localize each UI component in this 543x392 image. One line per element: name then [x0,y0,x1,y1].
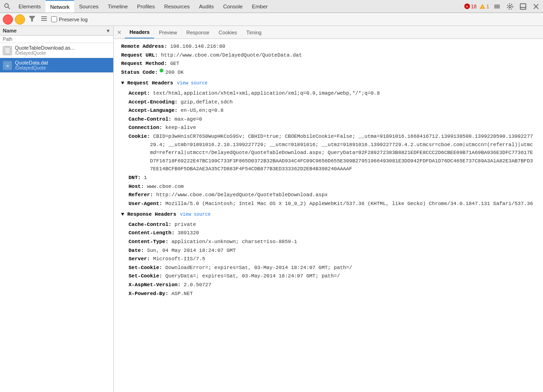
resp-x-aspnet-row: X-AspNet-Version: 2.0.50727 [129,281,536,289]
panel-tab-headers[interactable]: Headers [125,26,154,39]
resp-content-type-value: application/x-unknown; charset=iso-8859-… [168,238,297,246]
devtools-tab-bar: Elements Network Sources Timeline Profil… [0,0,543,13]
clear-button[interactable] [15,14,25,25]
resp-set-cookie2-key: Set-Cookie: [129,272,162,281]
resp-cache-control-row: Cache-Control: private [129,221,536,229]
request-headers-view-source[interactable]: view source [177,80,207,87]
execute-icon[interactable] [492,1,502,12]
file-icon-2: ⬌ [3,61,12,70]
file-icon-1 [3,46,12,55]
cookie-value: CBID=p3wHnisCR76S0WupHKCoS9Sv; CBHID=tru… [150,133,536,174]
tab-network[interactable]: Network [45,0,74,13]
file-path-1: /DelayedQuote [15,51,75,56]
accept-language-value: en-US,en;q=0.8 [178,107,224,115]
file-path-2: /DelayedQuote [15,65,48,71]
svg-text:⬌: ⬌ [6,64,9,67]
host-key: Host: [129,183,144,191]
svg-point-0 [5,4,8,7]
request-url-row: Request URL: http://www.cboe.com/Delayed… [121,51,536,60]
user-agent-value: Mozilla/5.0 (Macintosh; Intel Mac OS X 1… [162,200,533,208]
tab-right-controls: ✕ 18 ! 1 [464,1,541,12]
col-name-label: Name [3,28,106,33]
tab-profiles[interactable]: Profiles [132,0,159,13]
response-headers-view-source[interactable]: view source [180,211,211,218]
status-code-value: 200 OK [165,69,184,77]
close-icon[interactable] [531,1,541,12]
resp-server-row: Server: Microsoft-IIS/7.5 [129,255,536,263]
resp-cache-control-key: Cache-Control: [129,221,171,229]
accept-encoding-value: gzip,deflate,sdch [178,98,233,107]
file-info-1: QuoteTableDownload.as... /DelayedQuote [15,45,75,56]
svg-rect-16 [41,16,47,17]
svg-line-1 [8,7,10,9]
panel-tab-cookies[interactable]: Cookies [214,26,242,39]
main-area: Name ▼ Path QuoteTableDownload.as... /De… [0,26,543,392]
dock-icon[interactable] [518,1,528,12]
user-agent-row: User-Agent: Mozilla/5.0 (Macintosh; Inte… [129,200,536,208]
referer-row: Referer: http://www.cboe.com/DelayedQuot… [129,191,536,199]
connection-value: keep-alive [162,124,196,132]
resp-server-value: Microsoft-IIS/7.5 [150,255,205,263]
error-count: 18 [471,4,477,9]
svg-rect-19 [5,47,10,54]
request-headers-body: Accept: text/html,application/xhtml+xml,… [129,90,536,208]
svg-rect-11 [520,4,526,9]
response-headers-label: ▼ Response Headers [121,211,176,219]
resp-set-cookie1-value: DownloadError=; expires=Sat, 03-May-2014… [162,264,352,272]
svg-point-10 [507,4,513,9]
col-path-label: Path [0,36,113,43]
connection-row: Connection: keep-alive [129,124,536,132]
accept-language-key: Accept-Language: [129,107,178,115]
filter-icon[interactable] [27,14,37,24]
file-name-1: QuoteTableDownload.as... [15,45,75,51]
panel-tabs: ✕ Headers Preview Response Cookies Timin… [114,26,543,39]
svg-text:✕: ✕ [465,5,469,9]
request-url-key: Request URL: [121,51,158,60]
tab-resources[interactable]: Resources [160,0,194,13]
file-row[interactable]: QuoteTableDownload.as... /DelayedQuote [0,43,113,58]
panel-tab-preview[interactable]: Preview [154,26,181,39]
settings-icon[interactable] [505,1,515,12]
response-headers-section[interactable]: ▼ Response Headers view source [121,211,536,219]
connection-key: Connection: [129,124,162,132]
svg-rect-18 [41,20,47,21]
resp-date-value: Sun, 04 May 2014 18:24:07 GMT [144,247,236,255]
resp-x-powered-row: X-Powered-By: ASP.NET [129,290,536,298]
panel-tab-timing[interactable]: Timing [242,26,266,39]
referer-key: Referer: [129,191,153,199]
tab-timeline[interactable]: Timeline [103,0,132,13]
resp-x-aspnet-value: 2.0.50727 [181,281,211,289]
remote-address-value: 198.160.148.216:80 [167,43,225,51]
resp-set-cookie1-row: Set-Cookie: DownloadError=; expires=Sat,… [129,264,536,272]
file-info-2: QuoteData.dat /DelayedQuote [15,60,48,71]
resp-set-cookie2-row: Set-Cookie: QueryData=; expires=Sat, 03-… [129,272,536,281]
tab-audits[interactable]: Audits [194,0,219,13]
tab-console[interactable]: Console [219,0,247,13]
panel-close-icon[interactable]: ✕ [116,29,123,36]
record-button[interactable] [3,14,13,25]
svg-marker-15 [29,16,35,21]
preserve-log-checkbox[interactable] [51,16,57,22]
svg-text:!: ! [482,5,483,9]
preserve-log-wrap[interactable]: Preserve log [51,16,88,22]
accept-key: Accept: [129,90,150,98]
cache-control-key: Cache-Control: [129,116,171,124]
request-headers-section[interactable]: ▼ Request Headers view source [121,79,536,88]
list-icon[interactable] [39,14,49,24]
resp-content-length-key: Content-Length: [129,229,175,238]
resp-x-powered-value: ASP.NET [168,290,193,298]
cache-control-value: max-age=0 [171,116,202,124]
preserve-log-label: Preserve log [59,17,88,22]
search-icon[interactable] [2,1,12,12]
file-row-selected[interactable]: ⬌ QuoteData.dat /DelayedQuote [0,58,113,73]
panel-tab-response[interactable]: Response [182,26,214,39]
tab-ember[interactable]: Ember [247,0,272,13]
sort-arrow-icon[interactable]: ▼ [106,28,110,33]
file-name-2: QuoteData.dat [15,60,48,65]
resp-x-aspnet-key: X-AspNet-Version: [129,281,181,289]
tab-sources[interactable]: Sources [74,0,103,13]
tab-elements[interactable]: Elements [14,0,45,13]
response-headers-body: Cache-Control: private Content-Length: 3… [129,221,536,298]
accept-encoding-row: Accept-Encoding: gzip,deflate,sdch [129,98,536,107]
svg-point-9 [509,5,511,7]
